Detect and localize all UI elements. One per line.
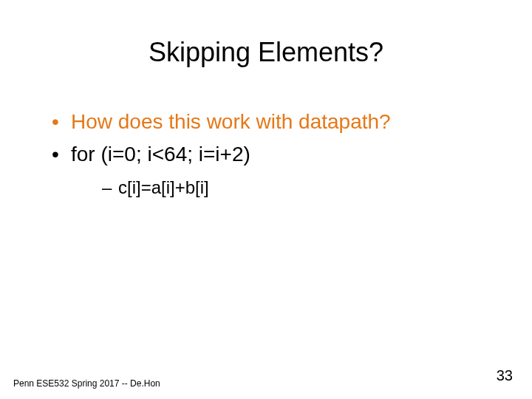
- slide: Skipping Elements? How does this work wi…: [0, 0, 532, 399]
- bullet-list: How does this work with datapath? for (i…: [37, 108, 495, 199]
- sub-bullet-text: c[i]=a[i]+b[i]: [118, 177, 209, 197]
- bullet-item: How does this work with datapath?: [52, 108, 495, 136]
- bullet-text: How does this work with datapath?: [71, 110, 391, 133]
- sub-bullet-item: c[i]=a[i]+b[i]: [102, 176, 495, 199]
- bullet-item: for (i=0; i<64; i=i+2) c[i]=a[i]+b[i]: [52, 140, 495, 199]
- footer-text: Penn ESE532 Spring 2017 -- De.Hon: [13, 378, 160, 389]
- bullet-text: for (i=0; i<64; i=i+2): [71, 143, 250, 166]
- slide-title: Skipping Elements?: [37, 37, 495, 68]
- sub-bullet-list: c[i]=a[i]+b[i]: [71, 176, 495, 199]
- page-number: 33: [497, 367, 513, 384]
